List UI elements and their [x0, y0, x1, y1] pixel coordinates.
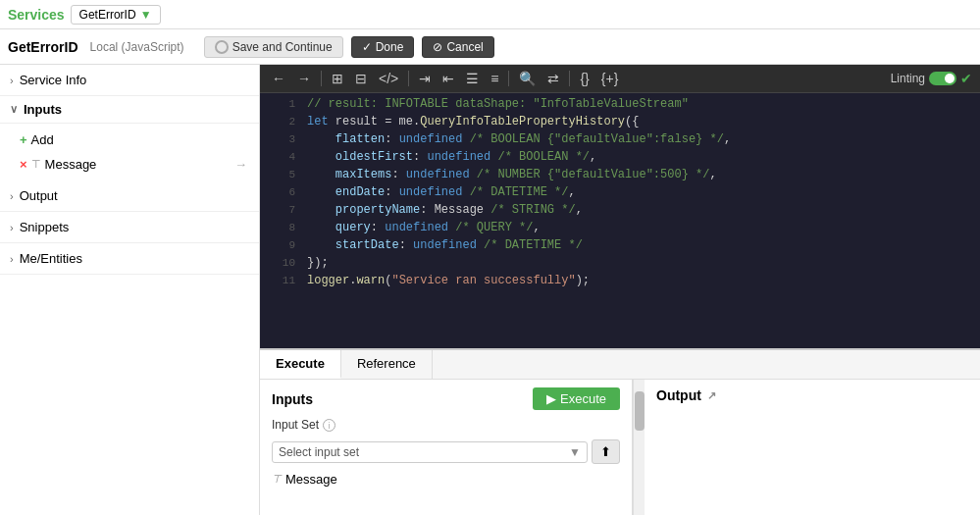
top-bar: Services GetErrorID ▼ — [0, 0, 980, 29]
inputs-header-label: Inputs — [272, 391, 313, 407]
chevron-right-icon: › — [10, 222, 14, 233]
code-line-11: 11 logger.warn("Service ran successfully… — [260, 274, 980, 291]
code-line-9: 9 startDate: undefined /* DATETIME */ — [260, 238, 980, 256]
replace-button[interactable]: ⇄ — [543, 69, 563, 88]
sidebar-item-me-entities[interactable]: › Me/Entities — [0, 243, 259, 275]
type-icon: ⊤ — [272, 473, 282, 486]
inputs-header: Inputs ▶ Execute — [272, 387, 620, 410]
code-line-2: 2 let result = me.QueryInfoTableProperty… — [260, 115, 980, 132]
chevron-down-icon: ∨ — [10, 103, 18, 116]
second-bar: GetErrorID Local (JavaScript) Save and C… — [0, 29, 980, 65]
execute-button[interactable]: ▶ Execute — [533, 387, 620, 410]
output-header: Output ↗ — [656, 387, 968, 403]
sidebar-item-snippets[interactable]: › Snippets — [0, 212, 259, 243]
code-toolbar: ← → ⊞ ⊟ </> ⇥ ⇤ ☰ ≡ 🔍 ⇄ {} {+} Linting ✔ — [260, 65, 980, 93]
sidebar-add-input[interactable]: + Add — [0, 128, 259, 152]
code-line-10: 10 }); — [260, 256, 980, 274]
chevron-right-icon: › — [10, 190, 14, 202]
chevron-right-icon: › — [10, 253, 14, 265]
expand-button[interactable]: {+} — [597, 69, 623, 88]
main-layout: › Service Info ∨ Inputs + Add × ⊤ Messag… — [0, 65, 980, 515]
code-line-1: 1 // result: INFOTABLE dataShape: "InfoT… — [260, 97, 980, 115]
toolbar-separator-3 — [508, 71, 509, 86]
select-row: Select input set ▼ ⬆ — [272, 439, 620, 464]
type-icon: ⊤ — [31, 158, 41, 171]
check-icon: ✓ — [362, 40, 372, 54]
upload-button[interactable]: ⬆ — [592, 439, 620, 464]
chevron-right-icon: › — [10, 75, 14, 86]
service-dropdown[interactable]: GetErrorID ▼ — [71, 5, 161, 25]
code-button[interactable]: </> — [375, 69, 402, 88]
info-icon: i — [323, 419, 335, 432]
code-line-8: 8 query: undefined /* QUERY */, — [260, 221, 980, 238]
code-line-3: 3 flatten: undefined /* BOOLEAN {"defaul… — [260, 132, 980, 150]
bottom-panel: Execute Reference Inputs ▶ Execute Input… — [260, 348, 980, 515]
output-panel: Output ↗ — [645, 380, 980, 515]
toolbar-separator-4 — [569, 71, 570, 86]
done-button[interactable]: ✓ Done — [351, 36, 415, 58]
sidebar-item-output[interactable]: › Output — [0, 180, 259, 212]
sidebar-message-input[interactable]: × ⊤ Message → — [0, 152, 259, 177]
outdent-button[interactable]: ⇤ — [438, 69, 458, 88]
tab-execute[interactable]: Execute — [260, 350, 341, 379]
code-line-4: 4 oldestFirst: undefined /* BOOLEAN */, — [260, 150, 980, 168]
input-set-row: Input Set i — [272, 418, 620, 432]
indent-button[interactable]: ⇥ — [415, 69, 435, 88]
format-button[interactable]: ⊞ — [328, 69, 347, 88]
local-badge: Local (JavaScript) — [90, 40, 184, 54]
save-icon — [215, 40, 229, 54]
chevron-down-icon: ▼ — [569, 445, 581, 459]
select-input-set[interactable]: Select input set ▼ — [272, 441, 588, 463]
tab-reference[interactable]: Reference — [341, 350, 433, 379]
cancel-button[interactable]: ⊘ Cancel — [422, 36, 493, 58]
linting-on-icon: ✔ — [960, 71, 972, 86]
sidebar-item-service-info[interactable]: › Service Info — [0, 65, 259, 96]
align-right-button[interactable]: ≡ — [487, 69, 502, 88]
code-editor[interactable]: 1 // result: INFOTABLE dataShape: "InfoT… — [260, 93, 980, 348]
scrollbar[interactable] — [633, 380, 645, 515]
services-label: Services — [8, 7, 65, 23]
add-icon: + — [20, 132, 27, 147]
undo-button[interactable]: ← — [268, 69, 289, 88]
align-left-button[interactable]: ☰ — [462, 69, 483, 88]
bottom-tabs: Execute Reference — [260, 350, 980, 380]
collapse-button[interactable]: {} — [576, 69, 593, 88]
arrow-icon: → — [234, 157, 247, 172]
toolbar-separator-2 — [408, 71, 409, 86]
linting-toggle-group: Linting ✔ — [891, 71, 972, 86]
search-button[interactable]: 🔍 — [515, 69, 540, 88]
code-line-5: 5 maxItems: undefined /* NUMBER {"defaul… — [260, 168, 980, 185]
external-link-icon[interactable]: ↗ — [707, 389, 716, 402]
chevron-down-icon: ▼ — [140, 8, 152, 22]
code-panel: ← → ⊞ ⊟ </> ⇥ ⇤ ☰ ≡ 🔍 ⇄ {} {+} Linting ✔ — [260, 65, 980, 515]
sidebar: › Service Info ∨ Inputs + Add × ⊤ Messag… — [0, 65, 260, 515]
inputs-panel: Inputs ▶ Execute Input Set i — [260, 380, 633, 515]
play-icon: ▶ — [546, 391, 556, 406]
scrollbar-thumb[interactable] — [635, 391, 645, 431]
input-set-label: Input Set i — [272, 418, 335, 432]
cancel-icon: ⊘ — [433, 40, 442, 54]
save-continue-button[interactable]: Save and Continue — [204, 36, 343, 58]
upload-icon: ⬆ — [600, 444, 611, 459]
message-label-row: ⊤ Message — [272, 472, 620, 487]
page-title: GetErrorID — [8, 39, 78, 55]
wrap-button[interactable]: ⊟ — [351, 69, 371, 88]
toolbar-separator — [321, 71, 322, 86]
bottom-content: Inputs ▶ Execute Input Set i — [260, 380, 980, 515]
remove-icon: × — [20, 157, 27, 172]
redo-button[interactable]: → — [293, 69, 315, 88]
sidebar-inputs-section: + Add × ⊤ Message → — [0, 124, 259, 180]
code-line-6: 6 endDate: undefined /* DATETIME */, — [260, 185, 980, 203]
code-line-7: 7 propertyName: Message /* STRING */, — [260, 203, 980, 221]
sidebar-item-inputs[interactable]: ∨ Inputs — [0, 96, 259, 124]
linting-toggle[interactable] — [929, 72, 956, 85]
